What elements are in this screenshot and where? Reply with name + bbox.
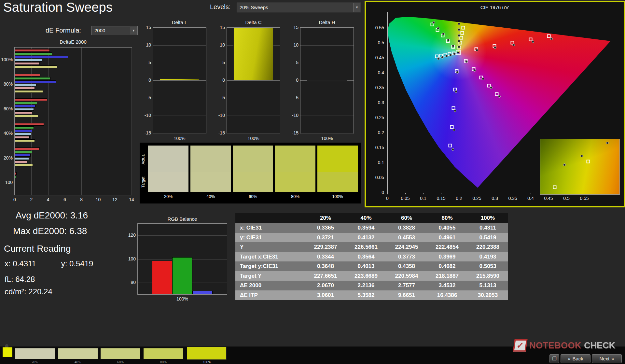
- cie-x-tick: [423, 193, 424, 194]
- avg-de2000: Avg dE2000: 3.16: [16, 210, 88, 221]
- current-reading-xy: x: 0.4311 y: 0.5419: [5, 259, 93, 268]
- rgb-bar-green: [172, 257, 192, 294]
- table-row-label: Target Y: [235, 271, 305, 281]
- mini-y-label: -15: [139, 130, 151, 135]
- cie-y-tick: [386, 193, 387, 193]
- deltae-bar: [15, 157, 29, 160]
- cie-x-tick-label: 0.15: [434, 196, 448, 201]
- fl-reading: fL: 64.28: [5, 275, 35, 284]
- table-cell: 218.1887: [427, 271, 467, 281]
- table-row: Target Y227.6651223.6689220.5984218.1887…: [235, 271, 508, 281]
- deltae-bar: [15, 126, 34, 129]
- table-cell: 2.0670: [305, 281, 346, 290]
- table-row-label: Target x:CIE31: [235, 252, 305, 262]
- table-row: x: CIE310.33650.35940.38280.40550.4311: [235, 223, 508, 233]
- gridline: [153, 28, 206, 28]
- cie-y-tick: [386, 118, 387, 118]
- table-row: Y229.2387226.5661224.2945222.4854220.238…: [235, 242, 508, 252]
- mini-y-label: 5: [213, 60, 225, 65]
- gridline: [138, 235, 227, 236]
- mini-bar: [160, 78, 200, 80]
- cie-y-tick-label: 0.15: [369, 145, 384, 150]
- mini-y-label: 15: [213, 25, 225, 30]
- levels-dropdown[interactable]: 20% Sweeps ▼: [237, 3, 361, 12]
- next-button-label: Next: [599, 356, 609, 361]
- bottom-swatch-60%[interactable]: [101, 348, 140, 359]
- y-label: y:: [61, 259, 67, 268]
- target-swatch: [275, 172, 315, 192]
- delta-c-plot: 151050-5-10-15100%: [227, 27, 280, 133]
- deltae-chart-title: DeltaE 2000: [14, 39, 132, 45]
- cie-y-tick-label: 0.4: [369, 70, 384, 75]
- de-formula-dropdown[interactable]: 2000 ▼: [91, 26, 138, 35]
- back-button-label: Back: [572, 356, 583, 361]
- max-de2000-value: 6.38: [69, 226, 87, 236]
- deltae-x-label: 14: [128, 197, 135, 202]
- measurement-marker: [455, 90, 457, 93]
- next-button[interactable]: Next »: [592, 354, 622, 363]
- gridline: [48, 48, 49, 195]
- measurement-marker: [449, 54, 452, 56]
- cie-y-tick: [386, 88, 387, 88]
- measurement-marker: [490, 86, 493, 89]
- measurement-marker: [476, 49, 478, 51]
- deltae-bar: [15, 123, 44, 126]
- deltae-bar: [15, 105, 35, 107]
- table-cell: 220.5984: [386, 271, 427, 281]
- inset-target-marker: [553, 185, 557, 189]
- mini-bar: [233, 28, 274, 80]
- measurement-marker: [441, 56, 444, 59]
- back-button[interactable]: « Back: [561, 354, 590, 363]
- table-cell: 224.2945: [386, 242, 427, 252]
- table-row-label: x: CIE31: [235, 223, 305, 233]
- cie-y-tick-label: 0.25: [369, 115, 384, 120]
- target-marker: [460, 31, 464, 35]
- actual-swatch: [317, 146, 358, 172]
- table-cell: 0.3969: [427, 252, 467, 262]
- table-header-cell: 20%: [305, 213, 346, 223]
- table-header-cell: [235, 213, 305, 223]
- deltae-bar: [15, 130, 32, 132]
- bottom-swatch-40%[interactable]: [58, 348, 98, 359]
- gridline: [227, 116, 280, 116]
- window-button[interactable]: ❐: [549, 354, 559, 363]
- cd-label: cd/m²:: [5, 287, 26, 296]
- chevron-down-icon: ▼: [353, 3, 360, 12]
- gridline: [153, 98, 206, 98]
- deltae-y-label: 40%: [0, 131, 13, 136]
- target-swatch: [317, 172, 358, 192]
- delta-l-title: Delta L: [153, 20, 206, 25]
- measurement-marker: [445, 55, 448, 57]
- cie-x-tick: [387, 193, 388, 194]
- gridline: [153, 45, 206, 46]
- table-cell: 0.4358: [386, 261, 427, 271]
- bottom-swatch-20%[interactable]: [15, 348, 55, 359]
- measurement-marker: [437, 57, 440, 60]
- deltae-bar: [15, 115, 38, 117]
- deltae-bar: [15, 62, 40, 65]
- mini-x-label: 100%: [300, 136, 354, 141]
- rgb-bar-blue: [192, 291, 213, 294]
- page-title: Saturation Sweeps: [3, 0, 113, 15]
- table-cell: 16.4386: [427, 290, 467, 300]
- mini-y-label: 10: [139, 42, 151, 48]
- cie-y-tick-label: 0.2: [369, 130, 384, 135]
- deltae-bar: [15, 87, 35, 90]
- bottom-swatch-80%[interactable]: [144, 348, 183, 359]
- table-cell: 0.4055: [427, 223, 467, 233]
- mini-y-label: -10: [286, 113, 299, 118]
- current-patch-indicator[interactable]: [3, 347, 12, 357]
- cie-inset: [540, 139, 620, 195]
- deltae-bar: [15, 77, 50, 80]
- levels-dropdown-value: 20% Sweeps: [240, 5, 268, 10]
- table-cell: 229.2387: [305, 242, 346, 252]
- bottom-swatch-100%[interactable]: [187, 347, 226, 359]
- deltae-bar: [15, 139, 35, 142]
- target-swatch: [190, 172, 231, 192]
- table-row-label: ΔE ITP: [235, 290, 305, 300]
- deltae-x-label: 0: [11, 197, 19, 202]
- swatch-column-label: 20%: [148, 194, 188, 199]
- measurement-marker: [498, 95, 501, 98]
- cie-y-tick-label: 0.1: [369, 160, 384, 165]
- current-marker: [456, 50, 461, 55]
